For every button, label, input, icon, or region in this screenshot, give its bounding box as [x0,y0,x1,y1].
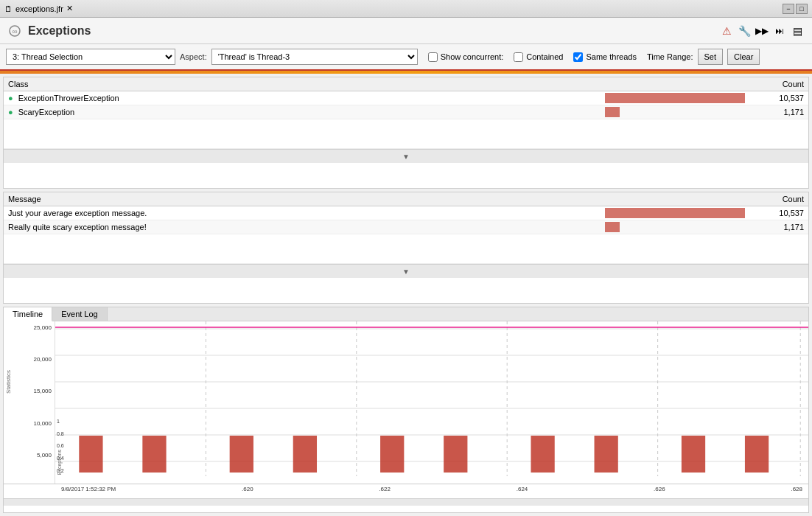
class-column-header: Class [4,77,601,91]
app-title: Exceptions [28,24,91,38]
svg-rect-15 [142,436,166,473]
message-bar-column-header [601,192,749,206]
statistics-label: Statistics [5,370,12,394]
y-label-5: 5,000 [37,452,52,459]
message-bar-cell [601,206,749,220]
table-row[interactable]: ● ExceptionThrowerException 10,537 [4,91,808,105]
same-threads-group: Same threads [573,52,636,62]
chart-svg [55,321,808,484]
message-table-header: Message Count [4,192,808,206]
settings-btn[interactable]: 🔧 [737,24,752,38]
svg-rect-20 [531,436,554,473]
set-button[interactable]: Set [698,49,724,65]
exception-bar-1 [605,93,745,103]
x-label-628: .628 [791,486,802,497]
spacer-row-2 [4,234,808,264]
same-threads-checkbox[interactable] [573,52,583,62]
scrollbar[interactable] [4,498,808,506]
exception-bar-2 [605,107,620,117]
class-name-cell: ● ExceptionThrowerException [4,91,601,105]
x-label-start: 9/8/2017 1:52:32 PM [61,486,116,497]
svg-rect-14 [79,436,102,473]
y-label-3: 15,000 [34,388,52,394]
svg-rect-18 [380,436,404,473]
svg-rect-23 [745,436,769,473]
y2-label-3: 0.6 [57,443,64,448]
tab-timeline[interactable]: Timeline [4,307,52,321]
run-btn[interactable]: ▶▶ [755,24,769,38]
class-bar-column-header [601,77,749,91]
table-row[interactable]: Really quite scary exception message! 1,… [4,220,808,234]
class-count-cell: 10,537 [749,91,808,105]
message-table: Message Count Just your average exceptio… [4,192,808,264]
message-bar-2 [605,222,620,232]
time-range-label: Time Range: [647,52,693,61]
message-table-panel: Message Count Just your average exceptio… [3,192,809,304]
x-axis: 9/8/2017 1:52:32 PM .620 .622 .624 .626 … [55,484,808,498]
header-actions: ⚠ 🔧 ▶▶ ⏭ ▤ [719,24,805,38]
class-table: Class Count ● ExceptionThrowerException … [4,77,808,149]
message-bar-1 [605,208,745,218]
spacer-row [4,119,808,149]
show-concurrent-group: Show concurrent: [428,52,504,62]
collapse-arrow-class[interactable]: ▼ [4,149,808,163]
file-icon: 🗒 [4,4,13,13]
svg-text:∞: ∞ [12,27,17,35]
message-count-cell: 10,537 [749,206,808,220]
svg-rect-17 [293,436,317,473]
content-area: Class Count ● ExceptionThrowerException … [0,74,812,516]
tab-event-log[interactable]: Event Log [52,307,108,321]
svg-rect-16 [230,436,253,473]
class-name-2: ScaryException [18,108,74,116]
message-name-cell-2: Really quite scary exception message! [4,220,601,234]
toolbar: 3: Thread Selection Aspect: 'Thread' is … [0,44,812,71]
title-bar: 🗒 exceptions.jfr ✕ − □ [0,0,812,18]
class-count-column-header: Count [749,77,808,91]
message-column-header: Message [4,192,601,206]
class-bar-cell [601,91,749,105]
app-header: ∞ Exceptions ⚠ 🔧 ▶▶ ⏭ ▤ [0,18,812,44]
class-name: ExceptionThrowerException [18,94,119,102]
class-count-cell-2: 1,171 [749,105,808,119]
error-icon-btn[interactable]: ⚠ [719,24,734,38]
app-icon: ∞ [7,24,22,38]
message-name-cell: Just your average exception message. [4,206,601,220]
step-btn[interactable]: ⏭ [772,24,787,38]
title-bar-filename: exceptions.jfr [15,4,63,13]
show-concurrent-checkbox[interactable] [428,52,438,62]
layout-btn[interactable]: ▤ [790,24,805,38]
show-concurrent-label: Show concurrent: [441,52,504,61]
contained-label: Contained [526,52,563,61]
bottom-section: Timeline Event Log Statistics 25,000 20,… [3,307,809,513]
green-dot-icon: ● [8,94,13,102]
x-label-624: .624 [517,486,528,497]
y2-label-1: 1 [57,419,60,424]
same-threads-label: Same threads [586,52,636,61]
collapse-arrow-message[interactable]: ▼ [4,264,808,278]
svg-rect-19 [444,436,467,473]
x-label-626: .626 [654,486,665,497]
class-bar-cell-2 [601,105,749,119]
aspect-label: Aspect: [180,52,207,61]
class-table-header: Class Count [4,77,808,91]
x-label-620: .620 [242,486,253,497]
thread-select[interactable]: 3: Thread Selection [6,49,175,65]
y2-label-2: 0.8 [57,431,64,436]
contained-group: Contained [514,52,563,62]
message-bar-cell-2 [601,220,749,234]
contained-checkbox[interactable] [514,52,523,62]
x-label-622: .622 [379,486,391,497]
class-name-cell-2: ● ScaryException [4,105,601,119]
y-label-2: 20,000 [34,356,52,363]
clear-button[interactable]: Clear [727,49,760,65]
table-row[interactable]: ● ScaryException 1,171 [4,105,808,119]
table-row[interactable]: Just your average exception message. 10,… [4,206,808,220]
svg-rect-21 [595,436,618,473]
svg-rect-22 [682,436,705,473]
minimize-btn[interactable]: − [783,4,794,14]
close-tab-icon[interactable]: ✕ [66,4,73,13]
maximize-btn[interactable]: □ [796,4,808,14]
y-label-1: 25,000 [34,324,52,331]
tab-bar: Timeline Event Log [4,307,808,321]
aspect-select[interactable]: 'Thread' is Thread-3 [211,49,418,65]
